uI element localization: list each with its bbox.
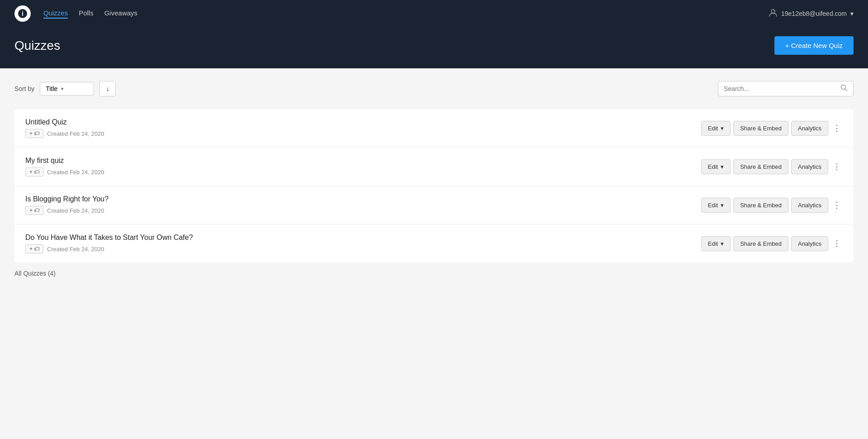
table-row: Do You Have What it Takes to Start Your … [14, 224, 854, 262]
quiz-date: Created Feb 24, 2020 [47, 169, 104, 176]
quiz-date: Created Feb 24, 2020 [47, 246, 104, 253]
quiz-title: Do You Have What it Takes to Start Your … [25, 234, 701, 242]
plus-icon: + [29, 169, 33, 175]
table-row: Untitled Quiz + 🏷 Created Feb 24, 2020 E… [14, 109, 854, 148]
edit-button[interactable]: Edit ▾ [701, 121, 731, 136]
chevron-down-icon: ▾ [721, 202, 724, 209]
page-header: Quizzes + Create New Quiz [0, 27, 868, 68]
analytics-button[interactable]: Analytics [791, 198, 828, 213]
user-email: 19e12eb8@uifeed.com [781, 10, 847, 17]
analytics-button[interactable]: Analytics [791, 121, 828, 136]
quiz-info: Is Blogging Right for You? + 🏷 Created F… [25, 195, 701, 215]
sort-chevron-icon: ▾ [61, 86, 64, 92]
tag-icon: 🏷 [34, 246, 39, 252]
share-embed-button[interactable]: Share & Embed [733, 159, 788, 174]
more-options-button[interactable]: ⋮ [831, 236, 843, 251]
analytics-button[interactable]: Analytics [791, 236, 828, 251]
sort-bar: Sort by Title ▾ ↓ [14, 81, 854, 96]
nav-quizzes[interactable]: Quizzes [43, 9, 68, 19]
tag-icon: 🏷 [34, 130, 39, 137]
create-new-quiz-button[interactable]: + Create New Quiz [774, 36, 854, 55]
edit-button[interactable]: Edit ▾ [701, 236, 731, 251]
quiz-title: Untitled Quiz [25, 118, 701, 126]
quiz-title: Is Blogging Right for You? [25, 195, 701, 203]
search-icon [840, 84, 848, 93]
more-options-button[interactable]: ⋮ [831, 197, 843, 213]
tag-icon: 🏷 [34, 169, 39, 175]
logo-icon: i [14, 5, 31, 22]
quiz-count: All Quizzes (4) [14, 262, 854, 277]
quiz-date: Created Feb 24, 2020 [47, 207, 104, 214]
chevron-down-icon: ▾ [721, 240, 724, 247]
quiz-info: Untitled Quiz + 🏷 Created Feb 24, 2020 [25, 118, 701, 138]
edit-button[interactable]: Edit ▾ [701, 159, 731, 174]
quiz-meta: + 🏷 Created Feb 24, 2020 [25, 167, 701, 177]
edit-button[interactable]: Edit ▾ [701, 198, 731, 213]
page-title: Quizzes [14, 38, 60, 53]
more-options-button[interactable]: ⋮ [831, 120, 843, 136]
nav-giveaways[interactable]: Giveaways [104, 9, 137, 19]
user-icon [769, 8, 778, 19]
user-dropdown-icon: ▾ [850, 10, 854, 17]
search-box [718, 81, 854, 96]
sort-direction-button[interactable]: ↓ [99, 81, 116, 96]
sort-label: Sort by [14, 85, 34, 92]
chevron-down-icon: ▾ [721, 125, 724, 132]
quiz-meta: + 🏷 Created Feb 24, 2020 [25, 244, 701, 253]
nav-polls[interactable]: Polls [79, 9, 94, 19]
search-input[interactable] [724, 85, 840, 92]
quiz-list: Untitled Quiz + 🏷 Created Feb 24, 2020 E… [14, 109, 854, 262]
quiz-date: Created Feb 24, 2020 [47, 130, 104, 137]
logo: i [14, 5, 31, 22]
quiz-info: My first quiz + 🏷 Created Feb 24, 2020 [25, 157, 701, 177]
add-tag-button[interactable]: + 🏷 [25, 167, 43, 177]
header-left: i Quizzes Polls Giveaways [14, 5, 137, 22]
user-menu[interactable]: 19e12eb8@uifeed.com ▾ [769, 8, 854, 19]
quiz-actions: Edit ▾ Share & Embed Analytics ⋮ [701, 197, 843, 213]
sort-select[interactable]: Title ▾ [40, 82, 94, 95]
plus-icon: + [29, 130, 33, 137]
add-tag-button[interactable]: + 🏷 [25, 129, 43, 138]
quiz-meta: + 🏷 Created Feb 24, 2020 [25, 129, 701, 138]
quiz-actions: Edit ▾ Share & Embed Analytics ⋮ [701, 236, 843, 251]
main-nav: Quizzes Polls Giveaways [43, 9, 137, 19]
content-area: Sort by Title ▾ ↓ Untitled Quiz [0, 68, 868, 290]
quiz-meta: + 🏷 Created Feb 24, 2020 [25, 206, 701, 215]
quiz-actions: Edit ▾ Share & Embed Analytics ⋮ [701, 159, 843, 174]
sort-value: Title [46, 85, 57, 92]
table-row: Is Blogging Right for You? + 🏷 Created F… [14, 186, 854, 224]
add-tag-button[interactable]: + 🏷 [25, 206, 43, 215]
quiz-title: My first quiz [25, 157, 701, 165]
add-tag-button[interactable]: + 🏷 [25, 244, 43, 253]
analytics-button[interactable]: Analytics [791, 159, 828, 174]
table-row: My first quiz + 🏷 Created Feb 24, 2020 E… [14, 148, 854, 186]
more-options-button[interactable]: ⋮ [831, 159, 843, 174]
svg-text:i: i [22, 10, 24, 17]
share-embed-button[interactable]: Share & Embed [733, 198, 788, 213]
quiz-info: Do You Have What it Takes to Start Your … [25, 234, 701, 253]
plus-icon: + [29, 246, 33, 252]
svg-point-2 [771, 10, 775, 13]
share-embed-button[interactable]: Share & Embed [733, 121, 788, 136]
svg-line-4 [845, 89, 847, 91]
tag-icon: 🏷 [34, 207, 39, 214]
sort-controls: Sort by Title ▾ ↓ [14, 81, 116, 96]
chevron-down-icon: ▾ [721, 163, 724, 170]
share-embed-button[interactable]: Share & Embed [733, 236, 788, 251]
quiz-actions: Edit ▾ Share & Embed Analytics ⋮ [701, 120, 843, 136]
plus-icon: + [29, 207, 33, 214]
